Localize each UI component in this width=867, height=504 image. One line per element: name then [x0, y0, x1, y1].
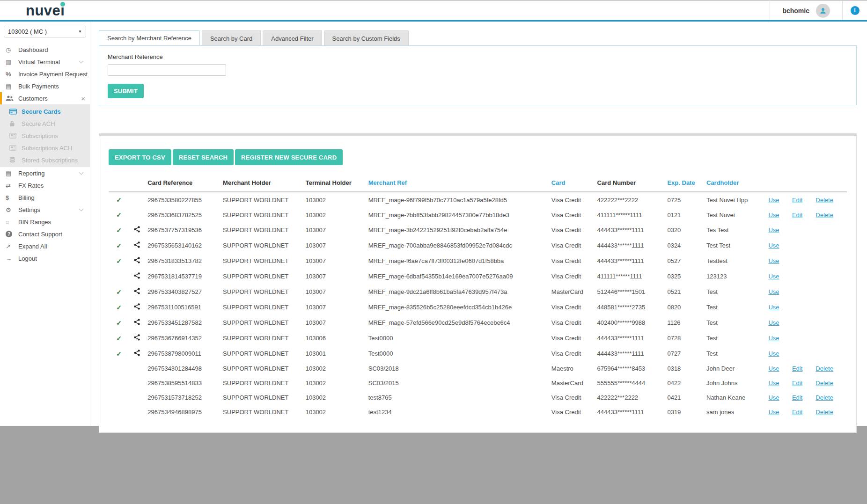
use-link[interactable]: Use — [768, 365, 779, 372]
tab-search-by-custom-fields[interactable]: Search by Custom Fields — [324, 30, 409, 45]
sidebar-item-logout[interactable]: →Logout — [0, 252, 90, 264]
use-link[interactable]: Use — [768, 273, 779, 280]
use-cell: Use — [765, 284, 789, 299]
sidebar-item-virtual-terminal[interactable]: ▦Virtual Terminal — [0, 56, 90, 68]
sidebar-item-reporting[interactable]: ▤Reporting — [0, 167, 90, 179]
merchant-holder-cell: SUPPORT WORLDNET — [220, 315, 303, 330]
account-selector[interactable]: 103002 ( MC ) ▼ — [4, 26, 86, 37]
terminal-holder-cell: 103002 — [303, 207, 366, 222]
card-number-cell: 444433******1111 — [595, 405, 665, 419]
table-row: ✓2967533580227855SUPPORT WORLDNET103002M… — [109, 192, 847, 207]
exp-date-cell: 1126 — [664, 315, 704, 330]
cardholder-cell: Test — [704, 299, 765, 315]
reset-search-button[interactable]: RESET SEARCH — [173, 149, 234, 165]
info-icon[interactable]: i — [851, 6, 860, 15]
card-number-cell: 448581******2735 — [595, 299, 665, 315]
merchant-holder-cell: SUPPORT WORLDNET — [220, 299, 303, 315]
export-to-csv-button[interactable]: EXPORT TO CSV — [109, 149, 171, 165]
sidebar-item-bin-ranges[interactable]: ≡BIN Ranges — [0, 216, 90, 228]
verified-cell: ✓ — [109, 284, 129, 299]
edit-link[interactable]: Edit — [792, 365, 802, 372]
delete-link[interactable]: Delete — [816, 394, 833, 401]
sidebar-item-expand-all[interactable]: ↗Expand All — [0, 240, 90, 252]
use-link[interactable]: Use — [768, 409, 779, 416]
sidebar-item-invoice-payment-request[interactable]: %Invoice Payment Request — [0, 68, 90, 80]
delete-cell — [813, 222, 847, 238]
edit-link[interactable]: Edit — [792, 197, 802, 204]
sidebar-item-settings[interactable]: ⚙Settings — [0, 204, 90, 216]
verified-cell: ✓ — [109, 330, 129, 346]
edit-link[interactable]: Edit — [792, 409, 802, 416]
use-cell: Use — [765, 361, 789, 376]
use-link[interactable]: Use — [768, 319, 779, 326]
delete-link[interactable]: Delete — [816, 197, 833, 204]
tab-search-by-merchant-reference[interactable]: Search by Merchant Reference — [99, 30, 200, 45]
use-link[interactable]: Use — [768, 197, 779, 204]
use-link[interactable]: Use — [768, 242, 779, 249]
delete-link[interactable]: Delete — [816, 365, 833, 372]
results-toolbar: EXPORT TO CSV RESET SEARCH REGISTER NEW … — [109, 149, 847, 165]
exp-date-cell: 0324 — [664, 238, 704, 253]
use-cell: Use — [765, 192, 789, 207]
sidebar-item-billing[interactable]: $Billing — [0, 191, 90, 204]
table-body: ✓2967533580227855SUPPORT WORLDNET103002M… — [109, 192, 847, 419]
logout-icon: → — [6, 255, 18, 262]
column-use-header — [765, 176, 789, 192]
chevron-down-icon — [79, 206, 84, 211]
use-cell: Use — [765, 330, 789, 346]
delete-link[interactable]: Delete — [816, 212, 833, 219]
cardholder-cell: Test — [704, 330, 765, 346]
tab-advanced-filter[interactable]: Advanced Filter — [263, 30, 322, 45]
use-link[interactable]: Use — [768, 335, 779, 342]
sidebar-item-subscriptions: Subscriptions — [0, 130, 90, 142]
cardholder-cell: John Johns — [704, 376, 765, 390]
use-link[interactable]: Use — [768, 350, 779, 357]
sidebar-item-stored-subscriptions: Stored Subscriptions — [0, 154, 90, 166]
column-merchant-ref[interactable]: Merchant Ref — [366, 176, 549, 192]
column-card[interactable]: Card — [549, 176, 595, 192]
sidebar-item-customers[interactable]: Customers× — [0, 92, 90, 104]
file-icon: ▤ — [6, 83, 18, 90]
tab-search-by-card[interactable]: Search by Card — [202, 30, 261, 45]
sidebar-item-contact-support[interactable]: ?Contact Support — [0, 228, 90, 240]
sidebar-item-dashboard[interactable]: ◷Dashboard — [0, 44, 90, 56]
sidebar-item-secure-cards[interactable]: Secure Cards — [0, 105, 90, 117]
sidebar-item-label: Dashboard — [18, 46, 85, 53]
register-new-secure-card-button[interactable]: REGISTER NEW SECURE CARD — [235, 149, 343, 165]
delete-link[interactable]: Delete — [816, 409, 833, 416]
edit-link[interactable]: Edit — [792, 212, 802, 219]
list-icon: ≡ — [6, 219, 18, 226]
user-menu[interactable]: bchomic — [770, 1, 843, 20]
column-exp-date[interactable]: Exp. Date — [664, 176, 704, 192]
edit-link[interactable]: Edit — [792, 394, 802, 401]
submit-button[interactable]: SUBMIT — [108, 84, 144, 98]
exp-date-cell: 0421 — [664, 390, 704, 405]
terminal-holder-cell: 103002 — [303, 192, 366, 207]
sidebar-item-bulk-payments[interactable]: ▤Bulk Payments — [0, 80, 90, 92]
use-link[interactable]: Use — [768, 288, 779, 295]
merchant-reference-input[interactable] — [108, 64, 226, 76]
use-link[interactable]: Use — [768, 257, 779, 264]
use-link[interactable]: Use — [768, 226, 779, 234]
use-link[interactable]: Use — [768, 394, 779, 401]
card-reference-cell: 2967533683782525 — [145, 207, 220, 222]
verified-check-icon: ✓ — [116, 211, 122, 219]
shared-cell — [129, 299, 145, 315]
use-link[interactable]: Use — [768, 212, 779, 219]
edit-link[interactable]: Edit — [792, 380, 802, 387]
use-link[interactable]: Use — [768, 304, 779, 311]
close-icon[interactable]: × — [81, 95, 85, 102]
delete-link[interactable]: Delete — [816, 380, 833, 387]
merchant-holder-cell: SUPPORT WORLDNET — [220, 405, 303, 419]
terminal-icon: ▦ — [6, 58, 18, 66]
merchant-ref-cell: test1234 — [366, 405, 549, 419]
shared-cell — [129, 253, 145, 269]
terminal-holder-cell: 103007 — [303, 315, 366, 330]
sidebar-item-fx-rates[interactable]: ⇄FX Rates — [0, 179, 90, 191]
use-link[interactable]: Use — [768, 380, 779, 387]
edit-cell: Edit — [789, 390, 813, 405]
verified-cell — [109, 405, 129, 419]
card-type-cell: MasterCard — [549, 284, 595, 299]
column-cardholder[interactable]: Cardholder — [704, 176, 765, 192]
card-number-cell: 444433******1111 — [595, 330, 665, 346]
